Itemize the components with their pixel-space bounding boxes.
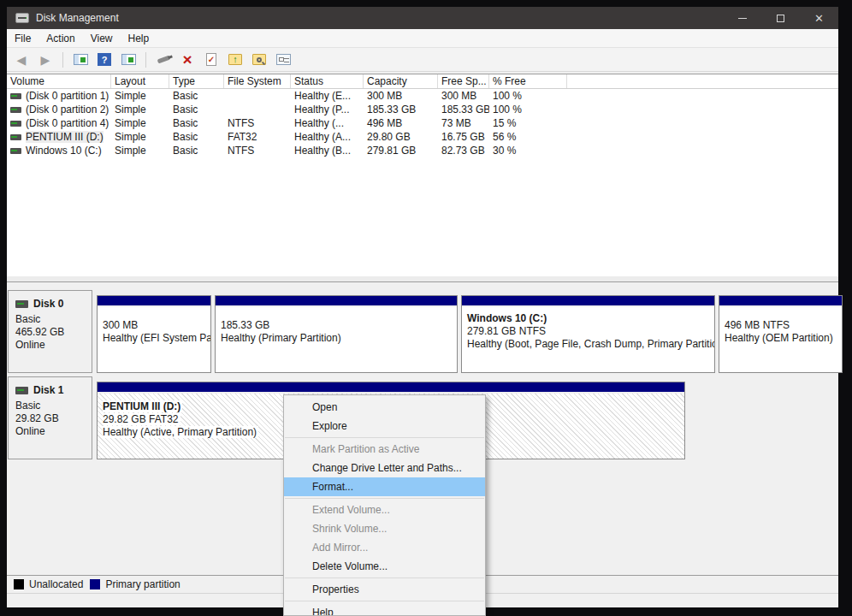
disk-icon	[15, 387, 28, 394]
menu-view[interactable]: View	[83, 29, 121, 47]
disk-size: 465.92 GB	[15, 326, 92, 339]
pct-cell: 15 %	[489, 117, 567, 129]
details-view-button[interactable]	[274, 50, 293, 69]
partition-size: 496 MB NTFS	[725, 319, 842, 332]
partition-oem[interactable]: 496 MB NTFS Healthy (OEM Partition)	[719, 295, 843, 373]
disk-icon	[15, 300, 28, 308]
table-row-selected[interactable]: PENTIUM III (D:) Simple Basic FAT32 Heal…	[7, 130, 838, 144]
header-status[interactable]: Status	[291, 74, 364, 88]
magnifier-icon	[257, 57, 262, 62]
help-icon: ?	[98, 53, 111, 66]
unallocated-swatch	[14, 579, 24, 589]
capacity-cell: 185.33 GB	[364, 104, 438, 116]
forward-button[interactable]: ▶	[36, 50, 55, 69]
menu-item-change-drive-letter[interactable]: Change Drive Letter and Paths...	[284, 459, 485, 477]
help-button[interactable]: ?	[95, 50, 114, 69]
disk0-info[interactable]: Disk 0 Basic 465.92 GB Online	[8, 290, 92, 373]
folder-search-icon	[252, 54, 266, 65]
menu-item-open[interactable]: Open	[284, 398, 485, 417]
menu-item-explore[interactable]: Explore	[284, 417, 485, 435]
action-pane-icon	[121, 54, 136, 65]
free-cell: 73 MB	[438, 117, 489, 129]
header-volume[interactable]: Volume	[7, 74, 111, 88]
folder-search-button[interactable]	[250, 50, 269, 69]
header-layout[interactable]: Layout	[111, 74, 169, 88]
menu-item-mark-partition-active: Mark Partition as Active	[284, 440, 485, 459]
partition-efi[interactable]: 300 MB Healthy (EFI System Par	[97, 295, 211, 373]
layout-cell: Simple	[111, 117, 169, 129]
menu-item-delete-volume[interactable]: Delete Volume...	[284, 557, 485, 576]
table-row[interactable]: (Disk 0 partition 2) Simple Basic Health…	[7, 103, 838, 116]
menu-file[interactable]: File	[7, 29, 38, 47]
free-cell: 185.33 GB	[438, 104, 489, 116]
menu-item-properties[interactable]: Properties	[284, 580, 485, 599]
menu-item-help[interactable]: Help	[284, 603, 485, 616]
menu-help[interactable]: Help	[121, 29, 157, 47]
close-icon: ✕	[814, 13, 824, 24]
partition-windows-c[interactable]: Windows 10 (C:) 279.81 GB NTFS Healthy (…	[461, 295, 715, 373]
menu-bar: File Action View Help	[7, 29, 838, 48]
volume-list-header: Volume Layout Type File System Status Ca…	[7, 74, 838, 89]
header-pct-free[interactable]: % Free	[489, 74, 567, 88]
menu-separator	[285, 437, 484, 438]
menu-item-format[interactable]: Format...	[284, 477, 485, 496]
table-row[interactable]: Windows 10 (C:) Simple Basic NTFS Health…	[7, 144, 838, 157]
pct-cell: 100 %	[489, 104, 567, 116]
layout-cell: Simple	[111, 104, 169, 116]
header-file-system[interactable]: File System	[224, 74, 291, 88]
partition-color-band	[98, 296, 210, 307]
fs-cell: NTFS	[224, 117, 291, 129]
minimize-button[interactable]	[723, 7, 761, 29]
header-type[interactable]: Type	[169, 74, 224, 88]
volume-icon	[10, 121, 21, 127]
layout-cell: Simple	[111, 90, 169, 102]
toolbar: ◀ ▶ ? × ✓ ↑	[7, 48, 838, 72]
partition-size: 279.81 GB NTFS	[467, 325, 714, 338]
details-icon	[276, 54, 291, 65]
maximize-button[interactable]	[761, 7, 800, 29]
back-button[interactable]: ◀	[12, 50, 31, 69]
legend-unallocated: Unallocated	[14, 578, 83, 590]
pct-cell: 30 %	[489, 145, 567, 157]
pane-splitter[interactable]	[7, 275, 838, 282]
disk-kind: Basic	[15, 313, 92, 326]
capacity-cell: 300 MB	[364, 90, 438, 102]
header-free-space[interactable]: Free Sp...	[438, 74, 489, 88]
console-window-icon	[74, 54, 88, 65]
action-pane-button[interactable]	[119, 50, 138, 69]
delete-button[interactable]: ×	[178, 50, 197, 69]
console-tree-button[interactable]	[71, 50, 90, 69]
fs-cell: FAT32	[224, 131, 291, 143]
type-cell: Basic	[169, 104, 224, 116]
volume-cell: (Disk 0 partition 1)	[7, 90, 111, 102]
volume-name: (Disk 0 partition 4)	[26, 117, 109, 129]
task-check-icon: ✓	[206, 53, 216, 66]
capacity-cell: 279.81 GB	[364, 145, 438, 157]
disk-state: Online	[15, 339, 92, 352]
partition-status: Healthy (OEM Partition)	[725, 332, 842, 345]
partition-color-band	[98, 382, 684, 394]
pct-cell: 56 %	[489, 131, 567, 143]
partition-color-band	[462, 296, 714, 307]
volume-name: PENTIUM III (D:)	[26, 131, 104, 143]
partition-primary[interactable]: 185.33 GB Healthy (Primary Partition)	[215, 295, 458, 373]
menu-separator	[285, 578, 484, 578]
minimize-icon	[738, 18, 747, 19]
status-cell: Healthy (P...	[291, 104, 364, 116]
properties-tool-button[interactable]	[154, 50, 173, 69]
menu-item-shrink-volume: Shrink Volume...	[284, 519, 485, 538]
partition-status: Healthy (Active, Primary Partition)	[103, 426, 258, 438]
close-button[interactable]: ✕	[800, 7, 838, 29]
header-capacity[interactable]: Capacity	[364, 74, 438, 88]
table-row[interactable]: (Disk 0 partition 1) Simple Basic Health…	[7, 89, 838, 103]
legend-label: Primary partition	[105, 578, 180, 590]
disk1-info[interactable]: Disk 1 Basic 29.82 GB Online	[8, 376, 92, 459]
disk-size: 29.82 GB	[15, 412, 92, 425]
partition-status: Healthy (Primary Partition)	[221, 332, 457, 345]
volume-cell: (Disk 0 partition 2)	[7, 104, 111, 116]
task-check-button[interactable]: ✓	[202, 50, 221, 69]
table-row[interactable]: (Disk 0 partition 4) Simple Basic NTFS H…	[7, 116, 838, 130]
status-cell: Healthy (A...	[291, 131, 364, 143]
menu-action[interactable]: Action	[38, 29, 82, 47]
folder-up-button[interactable]: ↑	[226, 50, 245, 69]
